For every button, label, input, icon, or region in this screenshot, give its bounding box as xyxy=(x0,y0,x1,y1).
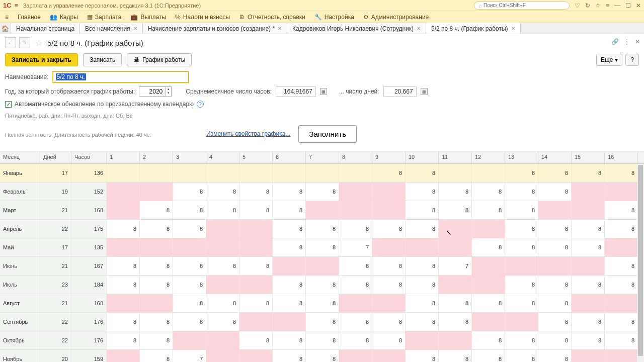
day-cell[interactable] xyxy=(107,164,140,182)
favorite-icon[interactable]: ☆ xyxy=(35,38,42,48)
day-cell[interactable] xyxy=(107,238,140,256)
day-cell[interactable]: 8 xyxy=(173,294,206,312)
table-row[interactable]: Январь17136888888 xyxy=(0,164,644,183)
day-cell[interactable]: 8 xyxy=(206,313,239,331)
day-cell[interactable]: 8 xyxy=(140,313,173,331)
day-cell[interactable]: 8 xyxy=(140,350,173,363)
menu-kadry[interactable]: 👥Кадры xyxy=(50,14,78,21)
day-cell[interactable] xyxy=(206,331,239,349)
day-cell[interactable]: 8 xyxy=(472,238,505,256)
day-cell[interactable]: 8 xyxy=(173,220,206,238)
day-cell[interactable]: 8 xyxy=(206,257,239,275)
day-cell[interactable] xyxy=(472,276,505,294)
day-cell[interactable]: 8 xyxy=(406,257,439,275)
day-cell[interactable]: 8 xyxy=(538,164,572,182)
vertical-scrollbar[interactable] xyxy=(637,164,644,363)
day-cell[interactable] xyxy=(140,294,173,312)
menu-otchet[interactable]: 🗎Отчетность, справки xyxy=(239,14,305,21)
calc-icon[interactable]: ▦ xyxy=(421,88,428,95)
day-cell[interactable]: 8 xyxy=(538,183,572,201)
link-icon[interactable]: 🔗 xyxy=(611,38,619,45)
day-cell[interactable]: 8 xyxy=(406,276,439,294)
day-cell[interactable]: 8 xyxy=(173,257,206,275)
day-cell[interactable]: 8 xyxy=(239,257,273,275)
day-cell[interactable] xyxy=(605,238,638,256)
day-cell[interactable]: 8 xyxy=(206,201,239,219)
day-cell[interactable] xyxy=(572,201,605,219)
day-cell[interactable]: 8 xyxy=(472,294,505,312)
day-cell[interactable]: 8 xyxy=(439,350,472,363)
day-cell[interactable]: 8 xyxy=(107,220,140,238)
day-cell[interactable] xyxy=(538,201,572,219)
home-tab[interactable]: 🏠 xyxy=(0,23,11,34)
day-cell[interactable]: 8 xyxy=(538,313,572,331)
day-cell[interactable]: 8 xyxy=(273,183,306,201)
day-cell[interactable]: 8 xyxy=(306,294,339,312)
day-cell[interactable]: 8 xyxy=(505,238,538,256)
day-cell[interactable] xyxy=(206,220,239,238)
table-row[interactable]: Март211688888888888 xyxy=(0,201,644,220)
day-cell[interactable]: 8 xyxy=(605,276,638,294)
day-cell[interactable]: 8 xyxy=(273,276,306,294)
day-cell[interactable]: 8 xyxy=(372,257,406,275)
day-cell[interactable] xyxy=(406,238,439,256)
day-cell[interactable]: 8 xyxy=(538,331,572,349)
day-cell[interactable]: 8 xyxy=(107,257,140,275)
day-cell[interactable]: 8 xyxy=(372,331,406,349)
day-cell[interactable]: 8 xyxy=(173,201,206,219)
day-cell[interactable]: 8 xyxy=(372,313,406,331)
table-row[interactable]: Апрель22175888888888888 xyxy=(0,220,644,238)
menu-nastroika[interactable]: 🔧Настройка xyxy=(314,14,354,21)
day-cell[interactable]: 8 xyxy=(140,276,173,294)
day-cell[interactable] xyxy=(173,164,206,182)
bell-icon[interactable]: ♡ xyxy=(575,2,580,9)
day-cell[interactable]: 8 xyxy=(107,313,140,331)
day-cell[interactable] xyxy=(206,238,239,256)
day-cell[interactable]: 8 xyxy=(572,276,605,294)
day-cell[interactable]: 8 xyxy=(306,220,339,238)
day-cell[interactable]: 8 xyxy=(439,294,472,312)
day-cell[interactable]: 8 xyxy=(273,331,306,349)
day-cell[interactable] xyxy=(339,201,372,219)
day-cell[interactable]: 8 xyxy=(605,257,638,275)
day-cell[interactable] xyxy=(439,331,472,349)
day-cell[interactable]: 8 xyxy=(406,350,439,363)
day-cell[interactable]: 8 xyxy=(472,350,505,363)
day-cell[interactable]: 7 xyxy=(173,350,206,363)
day-cell[interactable]: 8 xyxy=(472,183,505,201)
day-cell[interactable] xyxy=(306,257,339,275)
day-cell[interactable] xyxy=(572,183,605,201)
day-cell[interactable] xyxy=(239,220,273,238)
day-cell[interactable]: 8 xyxy=(306,313,339,331)
day-cell[interactable]: 8 xyxy=(372,276,406,294)
day-cell[interactable]: 8 xyxy=(206,294,239,312)
table-row[interactable]: Февраль191528888888888 xyxy=(0,183,644,201)
day-cell[interactable]: 8 xyxy=(273,350,306,363)
menu-admin[interactable]: ⚙Администрирование xyxy=(363,14,429,21)
close-icon[interactable]: ✕ xyxy=(278,26,282,31)
day-cell[interactable]: 8 xyxy=(572,164,605,182)
day-cell[interactable]: 8 xyxy=(206,183,239,201)
day-cell[interactable] xyxy=(273,164,306,182)
close-panel-icon[interactable]: ✕ xyxy=(635,38,640,45)
day-cell[interactable]: 8 xyxy=(538,276,572,294)
day-cell[interactable]: 8 xyxy=(505,220,538,238)
table-row[interactable]: Сентябрь22176888888888888 xyxy=(0,313,644,331)
day-cell[interactable] xyxy=(372,238,406,256)
day-cell[interactable] xyxy=(107,183,140,201)
day-cell[interactable] xyxy=(605,183,638,201)
tab-0[interactable]: Все начисления✕ xyxy=(80,23,143,34)
day-cell[interactable] xyxy=(572,294,605,312)
day-cell[interactable] xyxy=(173,331,206,349)
day-cell[interactable]: 8 xyxy=(239,183,273,201)
maximize-icon[interactable]: ☐ xyxy=(625,2,631,9)
day-cell[interactable] xyxy=(306,164,339,182)
day-cell[interactable]: 8 xyxy=(538,220,572,238)
nav-back[interactable]: ← xyxy=(5,37,16,48)
day-cell[interactable]: 8 xyxy=(472,331,505,349)
day-cell[interactable]: 8 xyxy=(505,276,538,294)
search-input[interactable] xyxy=(484,3,565,8)
change-properties-link[interactable]: Изменить свойства графика... xyxy=(206,130,290,137)
day-cell[interactable]: 8 xyxy=(239,201,273,219)
day-cell[interactable]: 8 xyxy=(505,183,538,201)
